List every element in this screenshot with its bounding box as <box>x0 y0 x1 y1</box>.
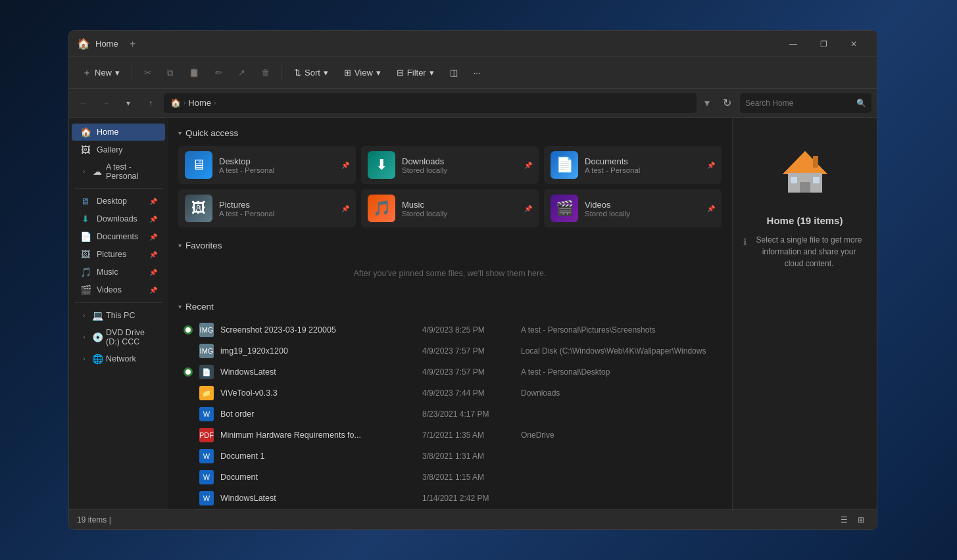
search-input[interactable] <box>745 99 852 108</box>
sync-status-3 <box>184 388 193 398</box>
sidebar-item-dvd-drive[interactable]: › 💿 DVD Drive (D:) CCC <box>72 325 165 350</box>
downloads-sidebar-icon: ⬇ <box>80 214 91 224</box>
details-button[interactable]: ◫ <box>443 64 464 81</box>
toolbar-separator-2 <box>282 65 282 81</box>
quick-access-label: Quick access <box>185 128 238 138</box>
cut-button[interactable]: ✂ <box>137 64 158 81</box>
new-tab-button[interactable]: + <box>124 35 142 53</box>
qa-icon-downloads: ⬇ <box>368 151 395 179</box>
info-home-graphic <box>772 141 838 207</box>
recent-item-3[interactable]: 📁 ViVeTool-v0.3.3 4/9/2023 7:44 PM Downl… <box>178 383 722 404</box>
recent-item-5[interactable]: PDF Minimum Hardware Requirements fo... … <box>178 425 722 446</box>
sidebar-divider-1 <box>74 188 162 189</box>
share-button[interactable]: ↗ <box>232 64 252 81</box>
recent-name-6: Document 1 <box>220 452 416 461</box>
file-icon-1: IMG <box>199 344 214 358</box>
sidebar-item-a-test[interactable]: › ☁ A test - Personal <box>72 159 165 184</box>
address-path[interactable]: 🏠 › Home › <box>164 93 697 113</box>
address-dropdown-button[interactable]: ▾ <box>700 94 714 112</box>
maximize-button[interactable]: ❐ <box>808 34 839 55</box>
sidebar-item-home[interactable]: 🏠 Home <box>72 124 165 141</box>
music-pin-icon: 📌 <box>149 269 157 276</box>
recent-item-4[interactable]: W Bot order 8/23/2021 4:17 PM <box>178 404 722 425</box>
qa-item-documents[interactable]: 📄 Documents A test - Personal 📌 <box>544 146 722 184</box>
forward-button[interactable]: → <box>97 94 115 112</box>
up-directory-button[interactable]: ↑ <box>141 94 160 112</box>
qa-text-music: Music Stored locally <box>402 200 518 218</box>
status-separator: | <box>109 515 111 525</box>
new-button[interactable]: ＋ New ▾ <box>76 64 126 82</box>
sidebar-item-pictures[interactable]: 🖼 Pictures 📌 <box>72 246 165 263</box>
sidebar-item-this-pc[interactable]: › 💻 This PC <box>72 307 165 324</box>
rename-button[interactable]: ✏ <box>209 64 229 81</box>
back-button[interactable]: ← <box>74 94 93 112</box>
more-button[interactable]: ··· <box>467 64 487 81</box>
window-icon: 🏠 <box>77 37 90 50</box>
recent-item-2[interactable]: 📄 WindowsLatest 4/9/2023 7:57 PM A test … <box>178 362 722 383</box>
grid-view-button[interactable]: ⊞ <box>853 512 869 528</box>
recent-location-2: A test - Personal\Desktop <box>521 367 716 377</box>
gallery-sidebar-icon: 🖼 <box>80 145 91 155</box>
recent-location-1: Local Disk (C:\Windows\Web\4K\Wallpaper\… <box>521 346 716 356</box>
minimize-button[interactable]: — <box>778 34 808 55</box>
qa-sub-music: Stored locally <box>402 210 518 218</box>
info-panel-title: Home (19 items) <box>767 215 843 226</box>
recent-date-1: 4/9/2023 7:57 PM <box>422 346 514 356</box>
refresh-button[interactable]: ↻ <box>718 94 736 112</box>
qa-item-videos[interactable]: 🎬 Videos Stored locally 📌 <box>544 189 722 227</box>
copy-icon: ⧉ <box>167 68 173 78</box>
recent-name-3: ViVeTool-v0.3.3 <box>220 388 416 398</box>
view-button[interactable]: ⊞ View ▾ <box>337 64 387 81</box>
favorites-empty-message: After you've pinned some files, we'll sh… <box>178 258 722 289</box>
info-panel-message: ℹ Select a single file to get more infor… <box>743 234 866 269</box>
recent-item-7[interactable]: W Document 3/8/2021 1:15 AM <box>178 467 722 488</box>
favorites-toggle[interactable]: ▾ <box>178 242 182 249</box>
list-view-button[interactable]: ☰ <box>836 512 852 528</box>
file-icon-4: W <box>199 407 214 421</box>
recent-toggle[interactable]: ▾ <box>178 303 182 310</box>
sort-button[interactable]: ⇅ Sort ▾ <box>287 64 335 81</box>
expand-dropdown-button[interactable]: ▾ <box>119 94 137 112</box>
sidebar-item-gallery[interactable]: 🖼 Gallery <box>72 141 165 158</box>
qa-item-downloads[interactable]: ⬇ Downloads Stored locally 📌 <box>361 146 539 184</box>
desktop-qa-pin: 📌 <box>341 162 349 169</box>
sidebar-item-videos[interactable]: 🎬 Videos 📌 <box>72 281 165 298</box>
qa-item-pictures[interactable]: 🖼 Pictures A test - Personal 📌 <box>178 189 356 227</box>
qa-sub-desktop: A test - Personal <box>219 166 335 174</box>
recent-item-8[interactable]: W WindowsLatest 1/14/2021 2:42 PM <box>178 488 722 509</box>
sidebar-dvd-label: DVD Drive (D:) CCC <box>106 328 157 346</box>
content-area: ▾ Quick access 🖥 Desktop A test - Person… <box>168 118 732 509</box>
qa-item-desktop[interactable]: 🖥 Desktop A test - Personal 📌 <box>178 146 356 184</box>
file-icon-3: 📁 <box>199 386 214 400</box>
qa-text-videos: Videos Stored locally <box>585 200 700 218</box>
sidebar-item-music[interactable]: 🎵 Music 📌 <box>72 264 165 281</box>
videos-pin-icon: 📌 <box>149 287 157 294</box>
quick-access-toggle[interactable]: ▾ <box>178 129 182 137</box>
recent-location-5: OneDrive <box>521 431 716 440</box>
sidebar-item-desktop[interactable]: 🖥 Desktop 📌 <box>72 193 165 210</box>
sort-icon: ⇅ <box>294 68 301 78</box>
sidebar-item-documents[interactable]: 📄 Documents 📌 <box>72 228 165 245</box>
qa-item-music[interactable]: 🎵 Music Stored locally 📌 <box>361 189 539 227</box>
recent-item-1[interactable]: IMG img19_1920x1200 4/9/2023 7:57 PM Loc… <box>178 340 722 362</box>
filter-dropdown-icon: ▾ <box>429 68 434 78</box>
recent-name-4: Bot order <box>220 409 416 419</box>
sidebar-item-downloads[interactable]: ⬇ Downloads 📌 <box>72 210 165 227</box>
recent-item-0[interactable]: IMG Screenshot 2023-03-19 220005 4/9/202… <box>178 319 722 340</box>
filter-icon: ⊟ <box>397 68 404 78</box>
recent-name-0: Screenshot 2023-03-19 220005 <box>220 325 416 335</box>
filter-button[interactable]: ⊟ Filter ▾ <box>390 64 441 81</box>
info-icon: ℹ <box>743 235 747 249</box>
delete-button[interactable]: 🗑 <box>255 64 276 81</box>
recent-item-6[interactable]: W Document 1 3/8/2021 1:31 AM <box>178 446 722 467</box>
main-content: 🏠 Home 🖼 Gallery › ☁ A test - Personal 🖥… <box>69 118 877 509</box>
window-controls: — ❐ ✕ <box>778 34 869 55</box>
close-button[interactable]: ✕ <box>839 34 869 55</box>
search-box[interactable]: 🔍 <box>740 93 871 113</box>
sync-status-7 <box>184 473 193 482</box>
home-sidebar-icon: 🏠 <box>80 127 91 137</box>
sidebar-item-network[interactable]: › 🌐 Network <box>72 350 165 367</box>
copy-button[interactable]: ⧉ <box>160 64 180 82</box>
paste-button[interactable]: 📋 <box>182 64 206 81</box>
path-home-label: Home <box>188 98 211 108</box>
